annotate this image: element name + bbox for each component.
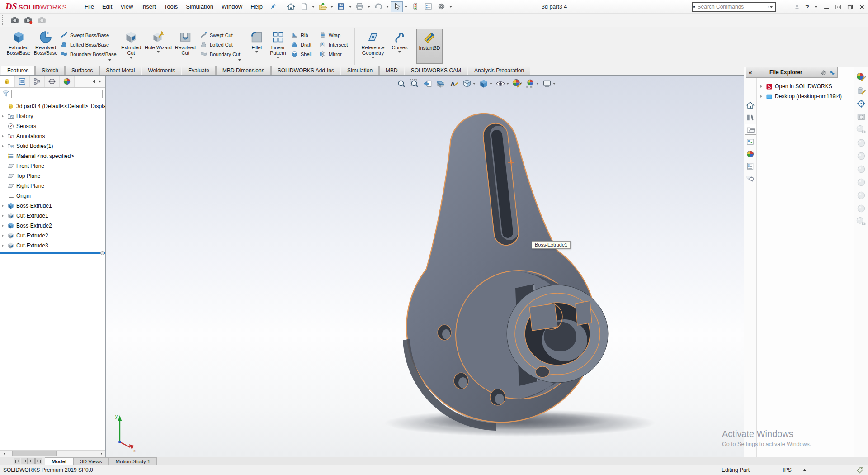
expand-arrow[interactable] <box>1 135 5 138</box>
hide-show-items-button[interactable] <box>495 79 509 89</box>
boss-flyout-caret[interactable] <box>108 59 111 62</box>
expand-arrow[interactable] <box>1 115 5 118</box>
tab-mbd[interactable]: MBD <box>379 66 404 75</box>
menu-view[interactable]: View <box>116 0 137 14</box>
menu-window[interactable]: Window <box>217 0 246 14</box>
minimize-button[interactable] <box>823 3 830 10</box>
file-explorer-item-open-in-solidworks[interactable]: Open in SOLIDWORKS <box>757 81 854 91</box>
new-dropdown-caret[interactable] <box>312 6 315 9</box>
render-option-1-button[interactable] <box>856 138 866 148</box>
expand-arrow[interactable] <box>1 224 5 227</box>
extruded-boss-button[interactable]: Extruded Boss/Base <box>5 28 32 56</box>
hide-show-caret[interactable] <box>506 83 509 86</box>
tab-model[interactable]: Model <box>45 457 73 465</box>
curves-caret[interactable] <box>398 51 401 54</box>
tab-property-manager[interactable] <box>15 76 30 87</box>
collapse-panes-button[interactable] <box>835 3 842 10</box>
new-document-button[interactable] <box>298 1 310 12</box>
render-option-2-button[interactable] <box>856 151 866 161</box>
close-button[interactable] <box>858 3 865 10</box>
record-video-button[interactable] <box>21 14 35 26</box>
print-button[interactable] <box>354 1 366 12</box>
zoom-to-fit-button[interactable] <box>396 79 406 89</box>
undo-button[interactable] <box>372 1 384 12</box>
menu-file[interactable]: File <box>80 0 98 14</box>
fillet-button[interactable]: Fillet <box>247 28 266 54</box>
tab-feature-manager[interactable] <box>0 76 15 87</box>
file-explorer-tab[interactable] <box>745 124 756 135</box>
panel-pin-icon[interactable] <box>828 69 835 76</box>
user-account-icon[interactable] <box>793 3 801 10</box>
tree-item-boss-extrude2[interactable]: Boss-Extrude2 <box>0 221 105 231</box>
dynamic-annotation-button[interactable] <box>449 79 459 89</box>
revolved-cut-button[interactable]: Revolved Cut <box>172 28 199 56</box>
reference-geometry-button[interactable]: Reference Geometry <box>357 28 389 60</box>
tab-analysis-preparation[interactable]: Analysis Preparation <box>468 66 530 75</box>
tab-solidworks-add-ins[interactable]: SOLIDWORKS Add-Ins <box>271 66 340 75</box>
print-dropdown-caret[interactable] <box>368 6 370 9</box>
expand-arrow[interactable] <box>1 145 5 147</box>
tree-filter-input[interactable] <box>11 90 103 98</box>
previous-tab-button[interactable] <box>21 458 28 464</box>
search-input[interactable] <box>695 4 768 10</box>
hole-wizard-button[interactable]: Hole Wizard <box>145 28 172 54</box>
toolbar-grip[interactable] <box>2 15 4 25</box>
panel-tabs-left-arrow[interactable] <box>91 80 95 83</box>
scroll-thumb[interactable] <box>12 451 57 456</box>
swept-cut-button[interactable]: Swept Cut <box>200 30 241 40</box>
apply-scene-button[interactable] <box>525 79 539 89</box>
boss-face-hole[interactable] <box>536 366 549 377</box>
section-view-button[interactable] <box>436 79 446 89</box>
tree-item-solid-bodies[interactable]: Solid Bodies(1) <box>0 141 105 151</box>
tab-dimxpert-manager[interactable] <box>45 76 60 87</box>
tree-horizontal-scrollbar[interactable] <box>0 450 105 457</box>
tab-motion-study[interactable]: Motion Study 1 <box>109 457 157 465</box>
units-selector[interactable]: IPS <box>760 467 828 473</box>
tree-item-history[interactable]: History <box>0 111 105 121</box>
tab-evaluate[interactable]: Evaluate <box>182 66 216 75</box>
tag-status-icon[interactable] <box>855 466 864 475</box>
restore-button[interactable] <box>846 3 854 10</box>
tab-simulation[interactable]: Simulation <box>341 66 379 75</box>
linear-pattern-caret[interactable] <box>277 57 279 60</box>
display-style-caret[interactable] <box>490 83 492 86</box>
expand-arrow[interactable] <box>760 95 764 98</box>
render-option-3-button[interactable] <box>856 164 866 174</box>
search-dropdown-caret[interactable] <box>770 6 773 10</box>
options-dropdown-caret[interactable] <box>449 6 452 9</box>
tab-display-manager[interactable] <box>60 76 75 87</box>
shell-button[interactable]: Shell <box>291 49 317 59</box>
intersect-button[interactable]: Intersect <box>319 40 351 49</box>
edit-appearance-button[interactable] <box>856 72 866 82</box>
scroll-left-button[interactable] <box>0 451 7 457</box>
tab-features[interactable]: Features <box>1 66 35 75</box>
display-style-button[interactable] <box>479 79 492 89</box>
tree-item-material[interactable]: Material <not specified> <box>0 151 105 161</box>
select-tool-button[interactable] <box>391 1 403 12</box>
tab-surfaces[interactable]: Surfaces <box>65 66 99 75</box>
previous-view-button[interactable] <box>423 79 433 89</box>
collapse-panel-button[interactable]: « <box>749 69 752 76</box>
tree-item-front-plane[interactable]: Front Plane <box>0 161 105 171</box>
tree-item-right-plane[interactable]: Right Plane <box>0 181 105 191</box>
options-button[interactable] <box>435 1 448 12</box>
menu-simulation[interactable]: Simulation <box>182 0 217 14</box>
boundary-boss-button[interactable]: Boundary Boss/Base <box>60 49 112 59</box>
undo-dropdown-caret[interactable] <box>386 6 389 9</box>
tree-item-top-plane[interactable]: Top Plane <box>0 171 105 181</box>
extruded-cut-button[interactable]: Extruded Cut <box>118 28 145 60</box>
save-button[interactable] <box>335 1 347 12</box>
open-button[interactable] <box>316 1 329 12</box>
image-capture-button[interactable] <box>8 14 21 26</box>
zoom-to-area-button[interactable] <box>410 79 420 89</box>
tab-sketch[interactable]: Sketch <box>35 66 65 75</box>
view-orientation-caret[interactable] <box>473 83 476 86</box>
tree-item-cut-extrude1[interactable]: Cut-Extrude1 <box>0 211 105 221</box>
reference-geometry-caret[interactable] <box>372 57 374 60</box>
tree-item-sensors[interactable]: Sensors <box>0 121 105 131</box>
tab-mbd-dimensions[interactable]: MBD Dimensions <box>216 66 271 75</box>
appearances-scenes-tab[interactable] <box>745 148 756 159</box>
expand-arrow[interactable] <box>1 214 5 217</box>
rib-button[interactable]: Rib <box>291 30 317 40</box>
expand-arrow[interactable] <box>1 204 5 207</box>
